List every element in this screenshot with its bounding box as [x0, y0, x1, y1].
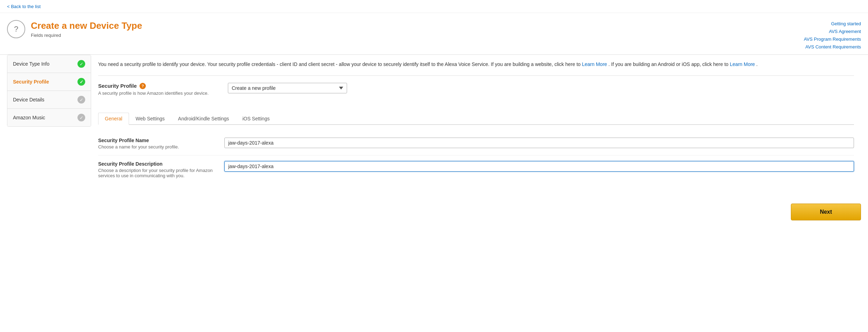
profile-name-desc: Choose a name for your security profile. [98, 144, 217, 150]
learn-more-app-link[interactable]: Learn More [730, 61, 755, 67]
sidebar-item-label: Device Details [13, 97, 44, 102]
sidebar-item-label: Device Type Info [13, 61, 49, 67]
sidebar-item-security-profile[interactable]: Security Profile ✓ [7, 73, 91, 91]
security-profile-label: Security Profile [98, 83, 137, 89]
sidebar: Device Type Info ✓ Security Profile ✓ De… [7, 55, 91, 127]
page-title: Create a new Device Type [31, 20, 142, 31]
tabs: General Web Settings Android/Kindle Sett… [98, 113, 854, 125]
security-profile-desc: A security profile is how Amazon identif… [98, 91, 217, 96]
header-links: Getting started AVS Agreement AVS Progra… [804, 20, 861, 51]
profile-select[interactable]: Create a new profile [228, 83, 347, 93]
sidebar-item-label: Security Profile [13, 79, 49, 85]
tab-general[interactable]: General [98, 113, 129, 125]
page-header: ? Create a new Device Type Fields requir… [0, 13, 868, 54]
form-row-profile-name: Security Profile Name Choose a name for … [98, 132, 854, 155]
tab-android-kindle-settings[interactable]: Android/Kindle Settings [171, 113, 236, 125]
profile-name-input[interactable] [224, 138, 854, 148]
profile-description-label: Security Profile Description [98, 161, 217, 167]
sidebar-item-amazon-music[interactable]: Amazon Music ✓ [7, 109, 91, 126]
tab-ios-settings[interactable]: iOS Settings [236, 113, 276, 125]
form-area: You need a security profile to identify … [91, 55, 861, 189]
main-content: Device Type Info ✓ Security Profile ✓ De… [0, 55, 868, 196]
pending-check-icon-2: ✓ [77, 114, 85, 121]
tab-general-content: Security Profile Name Choose a name for … [98, 132, 854, 184]
profile-description-desc: Choose a description for your security p… [98, 168, 217, 178]
avs-content-requirements-link[interactable]: AVS Content Requirements [804, 43, 861, 51]
header-left: ? Create a new Device Type Fields requir… [7, 20, 142, 38]
completed-check-icon: ✓ [77, 60, 85, 68]
security-profile-section: Security Profile ? A security profile is… [98, 76, 854, 190]
top-nav: < Back to the list [0, 0, 868, 13]
device-type-icon: ? [7, 20, 25, 38]
profile-name-label: Security Profile Name [98, 138, 217, 143]
getting-started-link[interactable]: Getting started [804, 20, 861, 28]
pending-check-icon: ✓ [77, 96, 85, 104]
active-check-icon: ✓ [77, 78, 85, 86]
tab-web-settings[interactable]: Web Settings [129, 113, 171, 125]
bottom-bar: Next [0, 197, 868, 227]
section-header: Security Profile ? [98, 83, 217, 89]
help-icon[interactable]: ? [140, 83, 146, 89]
avs-program-requirements-link[interactable]: AVS Program Requirements [804, 35, 861, 43]
info-text: You need a security profile to identify … [98, 61, 581, 67]
info-text-mid: . If you are building an Android or iOS … [608, 61, 728, 67]
profile-description-input[interactable] [224, 161, 854, 172]
avs-agreement-link[interactable]: AVS Agreement [804, 28, 861, 35]
sidebar-item-label: Amazon Music [13, 115, 45, 120]
info-text-block: You need a security profile to identify … [98, 55, 854, 75]
learn-more-web-link[interactable]: Learn More [582, 61, 607, 67]
sidebar-item-device-details[interactable]: Device Details ✓ [7, 91, 91, 109]
header-title-block: Create a new Device Type Fields required [31, 20, 142, 38]
profile-name-label-block: Security Profile Name Choose a name for … [98, 138, 217, 150]
profile-description-label-block: Security Profile Description Choose a de… [98, 161, 217, 178]
fields-required: Fields required [31, 33, 142, 38]
back-link[interactable]: < Back to the list [7, 4, 41, 9]
next-button[interactable]: Next [791, 204, 861, 220]
sidebar-item-device-type-info[interactable]: Device Type Info ✓ [7, 55, 91, 73]
form-row-profile-description: Security Profile Description Choose a de… [98, 155, 854, 184]
